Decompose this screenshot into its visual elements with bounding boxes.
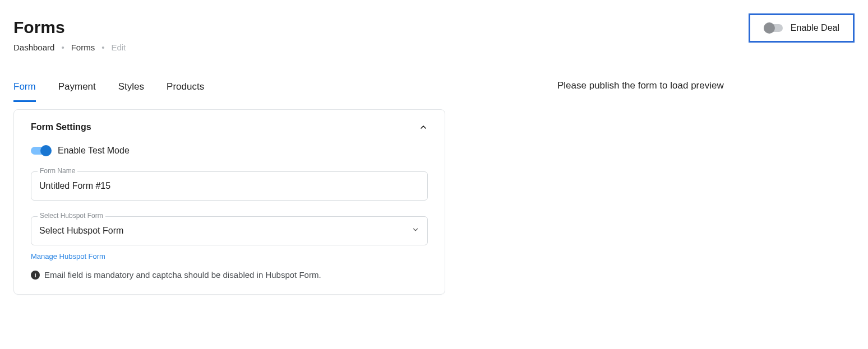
form-name-field: Form Name <box>31 171 428 201</box>
enable-deal-label: Enable Deal <box>791 23 839 33</box>
form-name-label: Form Name <box>38 167 77 175</box>
breadcrumb: Dashboard • Forms • Edit <box>13 43 126 52</box>
enable-deal-container: Enable Deal <box>749 13 855 43</box>
tab-styles[interactable]: Styles <box>118 80 144 102</box>
chevron-down-icon <box>412 226 419 236</box>
enable-deal-toggle[interactable] <box>764 24 783 32</box>
tabs: Form Payment Styles Products <box>13 80 445 103</box>
breadcrumb-edit: Edit <box>111 43 126 52</box>
test-mode-label: Enable Test Mode <box>58 146 130 156</box>
manage-hubspot-link[interactable]: Manage Hubspot Form <box>31 252 105 260</box>
chevron-up-icon[interactable] <box>419 123 428 132</box>
breadcrumb-dashboard[interactable]: Dashboard <box>13 43 54 52</box>
form-settings-card: Form Settings Enable Test Mode Form Name… <box>13 109 445 295</box>
breadcrumb-forms[interactable]: Forms <box>71 43 95 52</box>
card-title: Form Settings <box>31 122 91 132</box>
hubspot-select-field: Select Hubspot Form Select Hubspot Form <box>31 216 428 245</box>
form-name-input[interactable] <box>31 171 428 201</box>
page-title: Forms <box>13 18 126 37</box>
breadcrumb-separator: • <box>101 43 104 52</box>
hubspot-select[interactable]: Select Hubspot Form <box>31 216 428 245</box>
test-mode-toggle[interactable] <box>31 147 50 155</box>
tab-products[interactable]: Products <box>167 80 204 102</box>
preview-message: Please publish the form to load preview <box>557 80 724 91</box>
tab-form[interactable]: Form <box>13 80 36 102</box>
info-icon: i <box>31 271 40 280</box>
hubspot-select-value: Select Hubspot Form <box>39 226 123 236</box>
breadcrumb-separator: • <box>61 43 64 52</box>
tab-payment[interactable]: Payment <box>58 80 96 102</box>
hubspot-select-label: Select Hubspot Form <box>38 212 105 220</box>
hubspot-note: Email field is mandatory and captcha sho… <box>44 270 321 280</box>
